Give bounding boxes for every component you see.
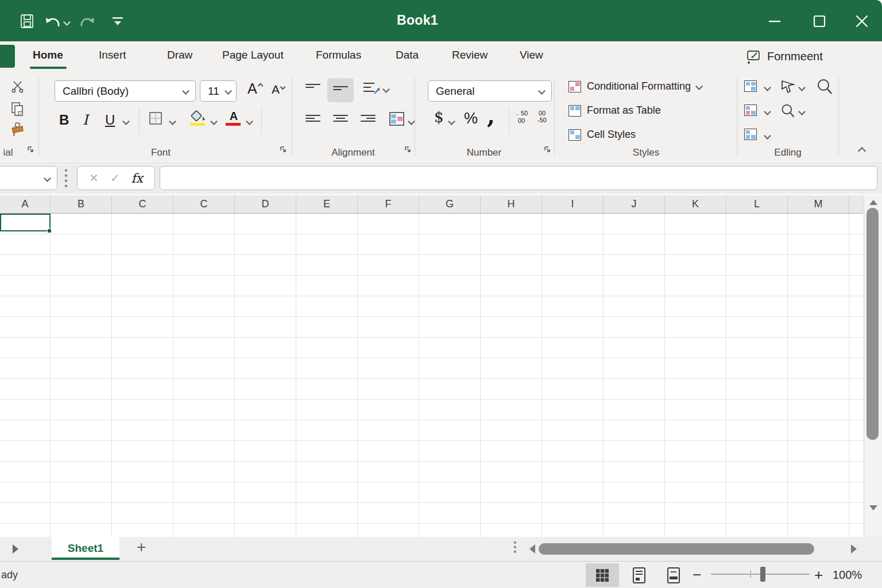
vertical-scroll-thumb[interactable] bbox=[866, 208, 879, 440]
cut-icon[interactable] bbox=[11, 80, 24, 93]
insert-cells-chevron-icon[interactable] bbox=[764, 84, 771, 91]
tab-home[interactable]: Home bbox=[33, 49, 63, 61]
column-header-a-0[interactable]: A bbox=[0, 195, 51, 213]
name-box[interactable] bbox=[0, 166, 57, 190]
column-header-g-7[interactable]: G bbox=[419, 195, 481, 213]
zoom-in-button[interactable]: + bbox=[814, 566, 823, 584]
page-break-view-button[interactable] bbox=[657, 563, 690, 587]
scroll-up-arrow-icon[interactable] bbox=[869, 200, 877, 205]
decrease-decimal-button[interactable]: 00 -50 bbox=[533, 110, 551, 129]
format-cells-chevron-icon[interactable] bbox=[764, 132, 771, 140]
find-icon[interactable] bbox=[780, 103, 796, 119]
save-icon[interactable] bbox=[20, 14, 34, 29]
column-header-partial[interactable] bbox=[849, 195, 863, 213]
sort-filter-icon[interactable] bbox=[780, 79, 797, 95]
scroll-down-arrow-icon[interactable] bbox=[869, 505, 877, 510]
percent-button[interactable]: % bbox=[464, 110, 478, 127]
sheet-nav-right-icon[interactable] bbox=[13, 544, 18, 554]
underline-button[interactable]: U bbox=[105, 112, 115, 128]
font-dialog-launcher[interactable] bbox=[279, 145, 287, 153]
increase-decimal-button[interactable]: ←50 00 bbox=[512, 110, 531, 129]
format-painter-icon[interactable] bbox=[9, 122, 25, 137]
conditional-formatting-button[interactable]: Conditional Formatting bbox=[568, 80, 702, 92]
middle-align-button-selected[interactable] bbox=[327, 78, 354, 102]
merge-center-chevron-icon[interactable] bbox=[408, 118, 415, 125]
currency-chevron-icon[interactable] bbox=[448, 118, 455, 125]
normal-view-button[interactable] bbox=[586, 563, 619, 587]
customize-quick-access-icon[interactable] bbox=[111, 16, 124, 28]
zoom-slider-thumb[interactable] bbox=[760, 567, 765, 582]
sheet-tab-sheet1[interactable]: Sheet1 bbox=[52, 537, 119, 560]
font-size-combo[interactable]: 11 bbox=[200, 80, 237, 102]
active-cell[interactable] bbox=[0, 214, 51, 231]
undo-dropdown-chevron-icon[interactable] bbox=[63, 18, 71, 26]
enter-icon[interactable]: ✓ bbox=[110, 171, 120, 185]
cancel-icon[interactable]: ✕ bbox=[89, 171, 99, 185]
comments-button[interactable]: Fornmeent bbox=[745, 48, 823, 64]
italic-button[interactable]: I bbox=[83, 112, 88, 128]
zoom-level-label[interactable]: 100% bbox=[833, 568, 862, 582]
merge-center-button[interactable] bbox=[388, 111, 405, 129]
font-name-combo[interactable]: Callbri (Body) bbox=[55, 80, 196, 102]
font-color-button[interactable]: A bbox=[225, 110, 242, 128]
fill-color-button[interactable] bbox=[188, 110, 208, 128]
number-dialog-launcher[interactable] bbox=[543, 145, 551, 153]
shrink-font-button[interactable]: A bbox=[272, 83, 284, 96]
fill-color-chevron-icon[interactable] bbox=[210, 118, 218, 125]
delete-cells-button[interactable] bbox=[744, 105, 757, 116]
column-header-m-13[interactable]: M bbox=[788, 195, 849, 213]
column-header-h-8[interactable]: H bbox=[481, 195, 542, 213]
cell-styles-button[interactable]: Cell Styles bbox=[568, 129, 636, 141]
comma-style-button[interactable]: , bbox=[487, 102, 495, 129]
clipboard-dialog-launcher[interactable] bbox=[26, 145, 34, 153]
format-as-table-button[interactable]: Format as Table bbox=[568, 105, 661, 117]
bold-button[interactable]: B bbox=[59, 112, 69, 128]
horizontal-scroll-thumb[interactable] bbox=[539, 543, 814, 555]
borders-chevron-icon[interactable] bbox=[169, 118, 176, 125]
column-header-e-5[interactable]: E bbox=[296, 195, 358, 213]
maximize-button[interactable] bbox=[812, 14, 827, 29]
number-format-combo[interactable]: General bbox=[428, 80, 552, 102]
scrollbar-grip-icon[interactable]: ••• bbox=[513, 540, 517, 554]
tab-insert[interactable]: Insert bbox=[99, 49, 126, 61]
center-button[interactable] bbox=[333, 113, 348, 123]
insert-cells-button[interactable] bbox=[744, 80, 757, 92]
copy-icon[interactable] bbox=[10, 102, 25, 117]
tab-view[interactable]: View bbox=[520, 49, 543, 61]
column-header-i-9[interactable]: I bbox=[542, 195, 604, 213]
borders-icon[interactable] bbox=[148, 111, 163, 126]
delete-cells-chevron-icon[interactable] bbox=[764, 108, 771, 115]
alignment-dialog-launcher[interactable] bbox=[404, 145, 412, 153]
close-button[interactable] bbox=[854, 14, 869, 29]
redo-icon[interactable] bbox=[79, 15, 95, 29]
hscroll-right-arrow-icon[interactable] bbox=[851, 544, 857, 554]
find-select-icon[interactable] bbox=[815, 78, 834, 96]
font-color-chevron-icon[interactable] bbox=[246, 118, 253, 125]
format-cells-button[interactable] bbox=[744, 129, 757, 140]
grow-font-button[interactable]: A bbox=[247, 80, 261, 97]
insert-function-button[interactable]: fx bbox=[131, 171, 143, 185]
page-layout-view-button[interactable] bbox=[622, 563, 656, 587]
sort-filter-chevron-icon[interactable] bbox=[798, 84, 806, 91]
formula-input[interactable] bbox=[160, 166, 877, 190]
column-header-c-2[interactable]: C bbox=[112, 195, 173, 213]
zoom-out-button[interactable]: − bbox=[693, 566, 701, 584]
file-tab-partial[interactable] bbox=[0, 45, 15, 68]
top-align-button[interactable] bbox=[305, 82, 320, 90]
collapse-ribbon-chevron-icon[interactable] bbox=[858, 147, 866, 155]
column-header-c-3[interactable]: C bbox=[173, 195, 235, 213]
orientation-chevron-icon[interactable] bbox=[382, 86, 390, 93]
column-header-f-6[interactable]: F bbox=[358, 195, 419, 213]
undo-icon[interactable] bbox=[45, 15, 61, 29]
column-header-k-11[interactable]: K bbox=[665, 195, 726, 213]
minimize-button[interactable] bbox=[767, 15, 783, 28]
tab-review[interactable]: Review bbox=[452, 49, 488, 61]
tab-draw[interactable]: Draw bbox=[167, 49, 192, 61]
tab-data[interactable]: Data bbox=[396, 49, 419, 61]
underline-chevron-icon[interactable] bbox=[122, 118, 130, 125]
column-header-b-1[interactable]: B bbox=[51, 195, 112, 213]
tab-page-layout[interactable]: Page Layout bbox=[222, 49, 284, 61]
formula-bar-grip-icon[interactable]: •••• bbox=[64, 168, 68, 188]
currency-button[interactable]: $ bbox=[434, 109, 444, 126]
hscroll-left-arrow-icon[interactable] bbox=[529, 544, 535, 554]
